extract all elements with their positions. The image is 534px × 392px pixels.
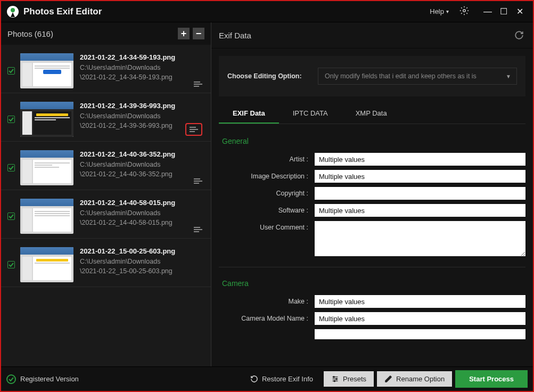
add-photos-button[interactable]: + bbox=[178, 28, 190, 39]
help-menu[interactable]: Help▾ bbox=[430, 7, 449, 15]
photo-item[interactable]: 2021-01-22_14-34-59-193.png C:\Users\adm… bbox=[1, 45, 211, 93]
tab-exif[interactable]: EXIF Data bbox=[219, 104, 279, 124]
photo-menu-icon[interactable] bbox=[194, 81, 202, 87]
close-button[interactable]: ✕ bbox=[512, 6, 528, 17]
svg-point-19 bbox=[336, 378, 338, 380]
copyright-label: Copyright : bbox=[219, 187, 315, 197]
make-input[interactable] bbox=[315, 295, 525, 308]
photo-menu-icon[interactable] bbox=[194, 178, 202, 184]
artist-label: Artist : bbox=[219, 153, 315, 163]
tab-xmp[interactable]: XMP Data bbox=[342, 104, 401, 124]
editing-option-select[interactable]: Only modify fields that i edit and keep … bbox=[318, 68, 517, 85]
svg-point-20 bbox=[334, 380, 335, 382]
registered-status: Registered Version bbox=[6, 374, 240, 384]
photo-item[interactable]: 2021-01-22_15-00-25-603.png C:\Users\adm… bbox=[1, 239, 211, 287]
editing-option-row: Choose Editing Option: Only modify field… bbox=[219, 56, 525, 96]
svg-point-2 bbox=[463, 9, 466, 12]
photo-filename: 2021-01-22_14-40-36-352.png bbox=[80, 150, 204, 158]
minimize-button[interactable]: — bbox=[480, 7, 496, 17]
photo-thumbnail bbox=[20, 199, 73, 234]
remove-photos-button[interactable]: − bbox=[193, 28, 204, 39]
make-label: Make : bbox=[219, 295, 315, 305]
photo-path: C:\Users\admin\Downloads\2021-01-22_14-4… bbox=[80, 160, 204, 179]
photo-thumbnail bbox=[20, 53, 73, 88]
photo-item[interactable]: 2021-01-22_14-39-36-993.png C:\Users\adm… bbox=[1, 93, 211, 142]
photo-checkbox[interactable] bbox=[7, 213, 15, 220]
photo-thumbnail bbox=[20, 150, 73, 185]
app-title: Photos Exif Editor bbox=[23, 6, 430, 17]
photo-path: C:\Users\admin\Downloads\2021-01-22_14-4… bbox=[80, 209, 204, 227]
svg-point-1 bbox=[11, 8, 15, 12]
start-process-button[interactable]: Start Process bbox=[455, 370, 528, 388]
software-label: Software : bbox=[219, 204, 315, 214]
photo-thumbnail bbox=[20, 102, 73, 137]
refresh-button[interactable] bbox=[513, 29, 525, 42]
photo-thumbnail bbox=[20, 247, 73, 282]
rename-option-button[interactable]: Rename Option bbox=[377, 371, 452, 387]
tab-iptc[interactable]: IPTC DATA bbox=[279, 104, 342, 124]
photos-panel: Photos (616) + − 2021-01-22_14-34-59-193… bbox=[1, 22, 211, 366]
exif-form[interactable]: General Artist : Image Description : Cop… bbox=[211, 124, 533, 366]
section-general: General bbox=[222, 137, 525, 145]
extra-input[interactable] bbox=[315, 329, 525, 339]
photos-count: Photos (616) bbox=[7, 29, 175, 38]
photo-filename: 2021-01-22_14-40-58-015.png bbox=[80, 199, 204, 207]
photo-menu-icon[interactable] bbox=[194, 226, 202, 233]
exif-panel-title: Exif Data bbox=[219, 31, 513, 40]
photo-item[interactable]: 2021-01-22_14-40-36-352.png C:\Users\adm… bbox=[1, 142, 211, 190]
artist-input[interactable] bbox=[315, 153, 525, 166]
maximize-button[interactable]: ☐ bbox=[496, 6, 512, 17]
photo-checkbox[interactable] bbox=[7, 164, 15, 172]
photo-checkbox[interactable] bbox=[7, 116, 15, 123]
photo-item[interactable]: 2021-01-22_14-40-58-015.png C:\Users\adm… bbox=[1, 190, 211, 239]
user-comment-input[interactable] bbox=[315, 221, 525, 256]
photo-filename: 2021-01-22_14-34-59-193.png bbox=[80, 53, 204, 61]
image-description-label: Image Description : bbox=[219, 170, 315, 180]
user-comment-label: User Comment : bbox=[219, 221, 315, 231]
photo-filename: 2021-01-22_15-00-25-603.png bbox=[80, 247, 204, 255]
section-divider bbox=[219, 267, 525, 267]
software-input[interactable] bbox=[315, 204, 525, 217]
app-logo-icon bbox=[6, 5, 19, 18]
exif-panel: Exif Data Choose Editing Option: Only mo… bbox=[211, 22, 533, 366]
editing-option-label: Choose Editing Option: bbox=[227, 72, 318, 80]
settings-gear-icon[interactable] bbox=[459, 6, 469, 18]
model-input[interactable] bbox=[315, 312, 525, 325]
title-bar: Photos Exif Editor Help▾ — ☐ ✕ bbox=[1, 1, 533, 22]
svg-point-18 bbox=[333, 377, 335, 378]
chevron-down-icon: ▼ bbox=[506, 74, 511, 79]
chevron-down-icon: ▾ bbox=[446, 9, 449, 14]
restore-exif-button[interactable]: Restore Exif Info bbox=[243, 371, 321, 387]
photo-menu-icon[interactable] bbox=[185, 123, 202, 136]
section-camera: Camera bbox=[222, 279, 525, 288]
check-circle-icon bbox=[6, 374, 16, 384]
presets-button[interactable]: Presets bbox=[324, 371, 374, 387]
photo-path: C:\Users\admin\Downloads\2021-01-22_14-3… bbox=[80, 63, 204, 82]
photo-list[interactable]: 2021-01-22_14-34-59-193.png C:\Users\adm… bbox=[1, 45, 211, 366]
image-description-input[interactable] bbox=[315, 170, 525, 183]
data-tabs: EXIF Data IPTC DATA XMP Data bbox=[219, 104, 525, 124]
photo-filename: 2021-01-22_14-39-36-993.png bbox=[80, 102, 204, 110]
copyright-input[interactable] bbox=[315, 187, 525, 200]
photo-path: C:\Users\admin\Downloads\2021-01-22_15-0… bbox=[80, 257, 204, 276]
footer-bar: Registered Version Restore Exif Info Pre… bbox=[1, 366, 533, 391]
photo-checkbox[interactable] bbox=[7, 67, 15, 75]
model-label: Camera Model Name : bbox=[219, 312, 315, 322]
photo-checkbox[interactable] bbox=[7, 261, 15, 268]
